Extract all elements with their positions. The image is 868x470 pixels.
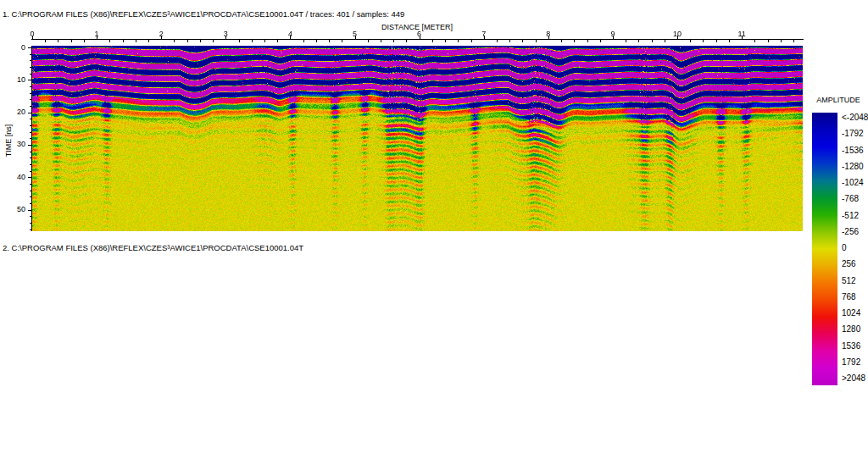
distance-minor-tick — [652, 40, 653, 42]
distance-minor-tick — [561, 40, 562, 42]
colorbar-title: AMPLITUDE — [809, 96, 868, 104]
distance-minor-tick — [587, 40, 588, 42]
time-minor-tick — [30, 132, 31, 133]
distance-tick-label: 4 — [281, 30, 299, 38]
distance-minor-tick — [497, 40, 498, 42]
distance-minor-tick — [458, 40, 459, 42]
time-tick-label: 20 — [2, 108, 25, 116]
distance-minor-tick — [522, 40, 523, 42]
distance-minor-tick — [781, 40, 782, 42]
time-minor-tick — [30, 191, 31, 191]
distance-minor-tick — [393, 40, 394, 42]
distance-minor-tick — [509, 40, 510, 42]
distance-minor-tick — [600, 40, 601, 42]
distance-minor-tick — [277, 40, 278, 42]
distance-minor-tick — [626, 40, 626, 42]
time-minor-tick — [30, 216, 31, 217]
radargram-profile-image[interactable] — [32, 46, 803, 231]
colorbar-tick-label: -1792 — [842, 130, 864, 138]
distance-minor-tick — [665, 40, 665, 42]
distance-minor-tick — [200, 40, 201, 42]
distance-tick-label: 8 — [539, 30, 558, 38]
distance-minor-tick — [471, 40, 472, 42]
distance-minor-tick — [148, 40, 149, 42]
distance-minor-tick — [716, 40, 717, 42]
colorbar-tick-label: 1280 — [842, 325, 860, 334]
time-minor-tick — [30, 196, 31, 197]
colorbar-tick-label: -1280 — [842, 163, 864, 171]
distance-minor-tick — [445, 40, 446, 42]
distance-minor-tick — [252, 40, 253, 42]
distance-minor-tick — [136, 40, 136, 42]
time-minor-tick — [30, 171, 31, 172]
distance-tick-label: 11 — [732, 30, 751, 38]
distance-minor-tick — [729, 40, 730, 42]
colorbar-tick-label: -1536 — [842, 147, 864, 155]
reflexw-workspace: 1. C:\PROGRAM FILES (X86)\REFLEX\CZES³AW… — [0, 0, 868, 470]
distance-minor-tick — [174, 40, 175, 42]
colorbar-tick-label: <-2048 — [842, 113, 868, 122]
time-tick-label: 0 — [2, 44, 25, 52]
distance-minor-tick — [536, 40, 537, 42]
distance-minor-tick — [690, 40, 691, 42]
colorbar-tick-label: 0 — [842, 244, 847, 252]
distance-minor-tick — [84, 40, 85, 42]
distance-minor-tick — [406, 40, 407, 42]
distance-minor-tick — [329, 40, 330, 42]
distance-minor-tick — [638, 40, 639, 42]
distance-minor-tick — [58, 40, 58, 42]
distance-minor-tick — [703, 40, 704, 42]
distance-minor-tick — [768, 40, 769, 42]
time-tick-label: 30 — [2, 141, 25, 148]
distance-tick-label: 5 — [346, 30, 364, 38]
time-major-tick — [28, 210, 31, 211]
time-minor-tick — [30, 164, 31, 165]
distance-tick-label: 1 — [87, 30, 106, 38]
time-minor-tick — [30, 86, 31, 87]
distance-minor-tick — [109, 40, 110, 42]
time-minor-tick — [30, 74, 31, 75]
profile-window-2-title: 2. C:\PROGRAM FILES (X86)\REFLEX\CZES³AW… — [3, 244, 303, 252]
distance-tick-label: 2 — [152, 30, 170, 38]
distance-tick-label: 9 — [604, 30, 622, 38]
time-minor-tick — [30, 60, 31, 61]
distance-minor-tick — [239, 40, 240, 42]
colorbar-tick-label: 1024 — [842, 309, 860, 318]
time-minor-tick — [30, 67, 31, 68]
amplitude-colorbar — [812, 113, 837, 385]
distance-axis-line — [31, 39, 804, 40]
distance-minor-tick — [316, 40, 317, 42]
colorbar-tick-label: >2048 — [842, 374, 865, 383]
time-minor-tick — [30, 138, 31, 139]
distance-minor-tick — [368, 40, 369, 42]
colorbar-tick-label: -768 — [842, 195, 859, 203]
time-minor-tick — [30, 184, 31, 185]
distance-minor-tick — [123, 40, 124, 42]
colorbar-tick-label: 1792 — [842, 358, 860, 367]
distance-minor-tick — [793, 40, 794, 42]
distance-tick-label: 3 — [216, 30, 235, 38]
time-minor-tick — [30, 203, 31, 204]
time-major-tick — [28, 47, 31, 48]
distance-tick-label: 10 — [668, 30, 687, 38]
time-minor-tick — [30, 229, 31, 230]
time-minor-tick — [30, 158, 31, 158]
colorbar-tick-label: -256 — [842, 228, 859, 236]
time-minor-tick — [30, 125, 31, 126]
distance-minor-tick — [213, 40, 214, 42]
time-minor-tick — [30, 54, 31, 55]
time-minor-tick — [30, 93, 31, 94]
time-major-tick — [28, 113, 31, 113]
distance-tick-label: 6 — [410, 30, 429, 38]
colorbar-tick-label: 512 — [842, 277, 856, 285]
distance-tick-label: 7 — [475, 30, 493, 38]
time-tick-label: 40 — [2, 174, 25, 181]
distance-minor-tick — [45, 40, 46, 42]
time-major-tick — [28, 80, 31, 80]
time-minor-tick — [30, 152, 31, 152]
colorbar-tick-label: -1024 — [842, 179, 864, 187]
time-major-tick — [28, 145, 31, 146]
distance-minor-tick — [264, 40, 265, 42]
distance-minor-tick — [574, 40, 575, 42]
distance-minor-tick — [71, 40, 72, 42]
